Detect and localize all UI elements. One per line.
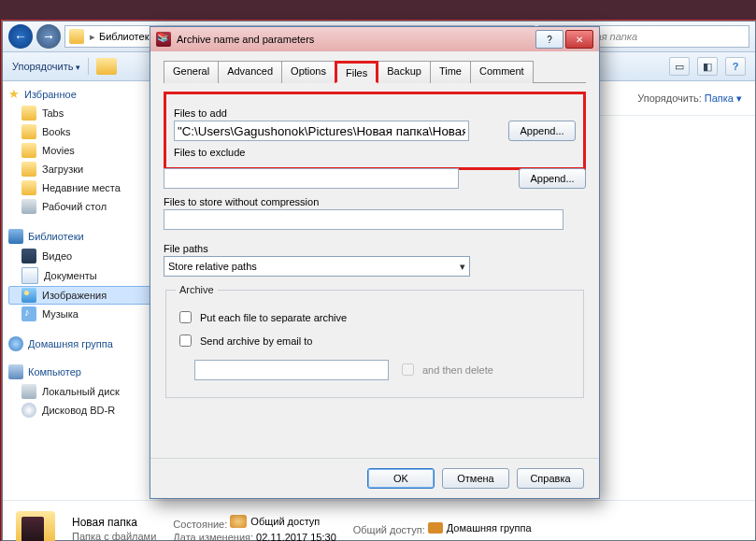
store-no-compress-input[interactable] bbox=[164, 209, 563, 230]
files-to-exclude-label: Files to exclude bbox=[174, 147, 576, 158]
tab-options[interactable]: Options bbox=[281, 61, 335, 83]
tab-advanced[interactable]: Advanced bbox=[218, 61, 282, 83]
close-button[interactable]: ✕ bbox=[565, 30, 593, 49]
sidebar-item-pictures[interactable]: Изображения bbox=[8, 286, 164, 305]
arrange-dropdown[interactable]: Папка ▾ bbox=[705, 93, 742, 104]
chk-send-email[interactable]: Send archive by email to bbox=[176, 332, 574, 349]
computer-header[interactable]: Компьютер bbox=[8, 364, 164, 379]
ok-button[interactable]: OK bbox=[367, 468, 435, 489]
winrar-icon bbox=[156, 32, 171, 47]
dialog-title: Archive name and parameters bbox=[177, 34, 530, 45]
tab-files[interactable]: Files bbox=[335, 61, 378, 83]
append-exclude-button[interactable]: Append... bbox=[519, 168, 586, 189]
help-button[interactable]: ? bbox=[725, 57, 746, 76]
archive-legend: Archive bbox=[176, 284, 218, 295]
star-icon: ★ bbox=[8, 87, 20, 101]
doc-icon bbox=[21, 267, 38, 284]
tab-comment[interactable]: Comment bbox=[470, 61, 534, 83]
sidebar-item-movies[interactable]: Movies bbox=[8, 141, 164, 160]
chk-separate-archive[interactable]: Put each file to separate archive bbox=[176, 308, 574, 326]
folder-icon bbox=[21, 124, 36, 139]
video-icon bbox=[21, 249, 36, 263]
sidebar-item-video[interactable]: Видео bbox=[8, 247, 164, 265]
folder-icon bbox=[69, 29, 84, 44]
sidebar-item-books[interactable]: Books bbox=[8, 122, 164, 141]
library-icon bbox=[8, 229, 23, 244]
folder-icon bbox=[21, 106, 36, 121]
status-sharegroup: Домашняя группа bbox=[428, 522, 532, 534]
navigation-pane: ★Избранное Tabs Books Movies Загрузки Не… bbox=[3, 81, 165, 500]
selected-type: Папка с файлами bbox=[72, 531, 156, 541]
back-button[interactable]: ← bbox=[8, 24, 33, 49]
dialog-titlebar[interactable]: Archive name and parameters ? ✕ bbox=[150, 27, 599, 51]
disc-icon bbox=[21, 403, 36, 418]
crumb-root[interactable]: Библиотеки bbox=[97, 31, 157, 42]
cancel-button[interactable]: Отмена bbox=[442, 468, 509, 489]
folder-icon bbox=[21, 162, 36, 177]
files-to-add-label: Files to add bbox=[174, 107, 576, 119]
open-button[interactable] bbox=[96, 58, 117, 75]
folder-icon bbox=[21, 143, 36, 158]
files-to-add-highlight: Files to add Append... Files to exclude bbox=[164, 92, 586, 170]
view-mode-button[interactable]: ▭ bbox=[669, 57, 690, 76]
email-input[interactable] bbox=[194, 360, 389, 380]
forward-button[interactable]: → bbox=[36, 24, 61, 49]
sidebar-item-tabs[interactable]: Tabs bbox=[8, 104, 164, 122]
append-files-button[interactable]: Append... bbox=[508, 121, 576, 141]
store-no-compress-label: Files to store without compression bbox=[164, 196, 586, 207]
status-date: 02.11.2017 15:30 bbox=[256, 532, 336, 541]
dialog-footer: OK Отмена Справка bbox=[150, 458, 599, 498]
status-bar: Новая папка Папка с файлами Состояние Об… bbox=[3, 500, 755, 541]
libraries-header[interactable]: Библиотеки bbox=[8, 229, 164, 244]
archive-dialog: Archive name and parameters ? ✕ General … bbox=[150, 26, 600, 499]
sidebar-item-music[interactable]: Музыка bbox=[8, 305, 164, 323]
archive-group: Archive Put each file to separate archiv… bbox=[165, 284, 584, 398]
homegroup-header[interactable]: Домашняя группа bbox=[8, 336, 164, 351]
file-paths-label: File paths bbox=[164, 243, 586, 254]
help-button[interactable]: ? bbox=[535, 30, 563, 49]
tab-backup[interactable]: Backup bbox=[378, 61, 431, 83]
organize-menu[interactable]: Упорядочить bbox=[12, 61, 80, 72]
help-button-footer[interactable]: Справка bbox=[517, 468, 584, 489]
sidebar-item-documents[interactable]: Документы bbox=[8, 265, 164, 286]
favorites-header[interactable]: ★Избранное bbox=[8, 87, 164, 101]
files-to-exclude-input[interactable] bbox=[164, 168, 459, 189]
homegroup-icon bbox=[428, 522, 443, 534]
sidebar-item-desktop[interactable]: Рабочий стол bbox=[8, 197, 164, 216]
status-shared: Общий доступ bbox=[230, 515, 320, 528]
share-icon bbox=[230, 515, 247, 528]
sidebar-item-recent[interactable]: Недавние места bbox=[8, 178, 164, 197]
arrange-by: Упорядочить: Папка ▾ bbox=[637, 93, 742, 105]
folder-icon bbox=[21, 180, 36, 195]
sidebar-item-local-disk[interactable]: Локальный диск bbox=[8, 382, 164, 401]
tab-general[interactable]: General bbox=[164, 61, 219, 83]
computer-icon bbox=[8, 364, 23, 379]
chk-and-delete: and then delete bbox=[398, 361, 493, 378]
homegroup-icon bbox=[8, 336, 23, 351]
selected-folder-icon bbox=[16, 511, 55, 541]
selected-name: Новая папка bbox=[72, 516, 156, 529]
picture-icon bbox=[21, 288, 36, 303]
files-to-add-input[interactable] bbox=[174, 121, 469, 141]
file-paths-select[interactable]: Store relative paths bbox=[164, 256, 470, 277]
sidebar-item-bd-drive[interactable]: Дисковод BD-R bbox=[8, 401, 164, 420]
tab-time[interactable]: Time bbox=[430, 61, 471, 83]
preview-pane-button[interactable]: ◧ bbox=[697, 57, 718, 76]
sidebar-item-downloads[interactable]: Загрузки bbox=[8, 160, 164, 178]
desktop-icon bbox=[21, 199, 36, 214]
drive-icon bbox=[21, 384, 36, 399]
music-icon bbox=[21, 306, 36, 321]
tabs: General Advanced Options Files Backup Ti… bbox=[164, 60, 586, 83]
